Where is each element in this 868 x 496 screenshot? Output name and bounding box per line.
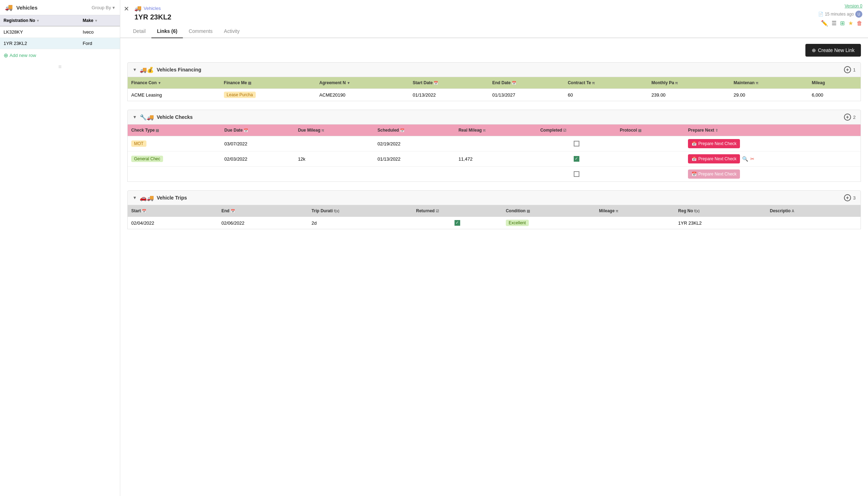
add-new-row[interactable]: ⊕ Add new row <box>0 49 120 62</box>
completed-cell <box>537 136 616 151</box>
tab-comments[interactable]: Comments <box>183 25 218 38</box>
col-header[interactable]: End Date📅 <box>489 77 564 89</box>
col-header[interactable]: Mileageπ <box>596 205 675 217</box>
trash-icon[interactable]: 🗑 <box>857 20 862 27</box>
col-header[interactable]: Mileag <box>808 77 861 89</box>
col-header[interactable]: Completed☑ <box>537 125 616 136</box>
trips-add[interactable]: + 3 <box>844 194 856 201</box>
col-header[interactable]: Trip Duratif(x) <box>308 205 412 217</box>
left-panel: 🚚 Vehicles Group By ▾ Registration No ▼ <box>0 0 120 496</box>
avatar: U <box>855 11 862 18</box>
prepare-next-check-button[interactable]: 📅 Prepare Next Check <box>688 154 740 163</box>
financing-title: Vehicles Financing <box>157 67 201 73</box>
protocol-cell <box>616 167 684 182</box>
create-link-btn-wrap: ⊕ Create New Link <box>127 44 861 62</box>
list-icon[interactable]: ☰ <box>832 20 837 27</box>
star-icon[interactable]: ★ <box>848 20 853 27</box>
completed-cell <box>537 151 616 167</box>
prepare-next-cell: 📅 Prepare Next Check 🔍 ✂ <box>684 151 861 167</box>
maintenance: 29.00 <box>730 89 808 101</box>
financing-table-wrap: Finance Con▼Finance Me▤Agreement N▼Start… <box>127 77 861 101</box>
grid-icon[interactable]: ⊞ <box>840 20 845 27</box>
col-icon: π <box>483 128 486 132</box>
table-row[interactable]: 02/04/2022 02/06/2022 2d Excellent 1YR 2… <box>128 217 861 229</box>
add-circle-icon: + <box>844 114 851 121</box>
trips-section-header: ▼ 🚗🚚 Vehicle Trips + 3 <box>127 190 861 205</box>
table-row[interactable]: 📅 Prepare Next Check <box>128 167 861 182</box>
completed-checkbox[interactable] <box>574 141 579 146</box>
chevron-icon[interactable]: ▼ <box>133 195 137 200</box>
col-header[interactable]: DescriptioA <box>766 205 861 217</box>
col-header[interactable]: Prepare Next⇧ <box>684 125 861 136</box>
financing-add[interactable]: + 1 <box>844 66 856 73</box>
prepare-next-cell: 📅 Prepare Next Check <box>684 167 861 182</box>
action-icons: ✏️ ☰ ⊞ ★ 🗑 <box>821 20 862 27</box>
col-header[interactable]: Due Mileagπ <box>294 125 374 136</box>
col-header[interactable]: Due Date📅 <box>221 125 294 136</box>
tab-activity[interactable]: Activity <box>218 25 245 38</box>
col-icon: ▼ <box>158 81 161 85</box>
col-header[interactable]: Agreement N▼ <box>316 77 409 89</box>
chevron-icon[interactable]: ▼ <box>133 67 137 72</box>
col-header[interactable]: Scheduled📅 <box>374 125 455 136</box>
due-date-cell <box>221 167 294 182</box>
left-table: Registration No ▼ Make ▼ LK328KY Iveco 1… <box>0 15 120 496</box>
returned-checkbox[interactable] <box>455 220 460 226</box>
col-header[interactable]: End📅 <box>218 205 308 217</box>
checks-table-wrap: Check Type▤Due Date📅Due MileagπScheduled… <box>127 125 861 182</box>
col-header[interactable]: Monthly Paπ <box>648 77 730 89</box>
col-header[interactable]: Condition▤ <box>502 205 596 217</box>
col-header[interactable]: Finance Me▤ <box>220 77 316 89</box>
scheduled-cell: 01/13/2022 <box>374 151 455 167</box>
col-icon: ▤ <box>638 128 641 132</box>
close-button[interactable]: ✕ <box>124 5 129 13</box>
row-actions: 📅 Prepare Next Check 🔍 ✂ <box>688 154 857 163</box>
col-header[interactable]: Contract Teπ <box>564 77 648 89</box>
unlink-icon[interactable]: ✂ <box>750 156 754 162</box>
search-icon[interactable]: 🔍 <box>742 156 748 162</box>
table-row[interactable]: 1YR 23KL2 Ford <box>0 38 120 49</box>
chevron-down-icon: ▾ <box>112 5 115 10</box>
content-area: ⊕ Create New Link ▼ 🚚💰 Vehicles Financin… <box>120 38 868 243</box>
end-date: 01/13/2027 <box>489 89 564 101</box>
sort-icon: ▼ <box>36 19 40 23</box>
group-by-button[interactable]: Group By ▾ <box>92 5 115 10</box>
col-header-reg[interactable]: Registration No ▼ <box>0 15 79 26</box>
col-header[interactable]: Returned☑ <box>412 205 502 217</box>
check-type-cell <box>128 167 221 182</box>
chevron-icon[interactable]: ▼ <box>133 115 137 120</box>
col-header[interactable]: Reg Nof(x) <box>675 205 766 217</box>
create-new-link-button[interactable]: ⊕ Create New Link <box>805 44 861 57</box>
col-header[interactable]: Real Mileagπ <box>455 125 537 136</box>
col-header[interactable]: Check Type▤ <box>128 125 221 136</box>
due-mileage-cell <box>294 136 374 151</box>
tab-links--6[interactable]: Links (6) <box>151 25 183 38</box>
table-row[interactable]: ACME Leasing Lease Purcha ACME20190 01/1… <box>128 89 861 101</box>
trips-table: Start📅End📅Trip Duratif(x)Returned☑Condit… <box>128 205 861 229</box>
table-row[interactable]: General Chec 02/03/2022 12k 01/13/2022 1… <box>128 151 861 167</box>
checks-add[interactable]: + 2 <box>844 114 856 121</box>
col-header-make[interactable]: Make ▼ <box>79 15 120 26</box>
prepare-next-check-button[interactable]: 📅 Prepare Next Check <box>688 139 740 148</box>
col-header[interactable]: Maintenanπ <box>730 77 808 89</box>
table-row[interactable]: MOT 03/07/2022 02/19/2022 📅 Prepare Next… <box>128 136 861 151</box>
truck-icon: 🚚 <box>5 4 13 11</box>
tab-detail[interactable]: Detail <box>127 25 151 38</box>
col-header[interactable]: Finance Con▼ <box>128 77 220 89</box>
trips-table-wrap: Start📅End📅Trip Duratif(x)Returned☑Condit… <box>127 205 861 229</box>
col-header[interactable]: Start📅 <box>128 205 218 217</box>
col-icon: π <box>616 209 619 213</box>
table-row[interactable]: LK328KY Iveco <box>0 26 120 38</box>
col-header[interactable]: Start Date📅 <box>409 77 489 89</box>
col-header[interactable]: Protocol▤ <box>616 125 684 136</box>
col-icon: π <box>675 81 678 85</box>
completed-checkbox[interactable] <box>574 156 579 162</box>
version-link[interactable]: Version 0 <box>845 4 862 8</box>
prepare-next-check-button: 📅 Prepare Next Check <box>688 169 740 179</box>
completed-checkbox[interactable] <box>574 171 579 177</box>
protocol-cell <box>616 151 684 167</box>
edit-icon[interactable]: ✏️ <box>821 20 828 27</box>
real-mileage-cell <box>455 136 537 151</box>
due-mileage-cell <box>294 167 374 182</box>
due-mileage-cell: 12k <box>294 151 374 167</box>
